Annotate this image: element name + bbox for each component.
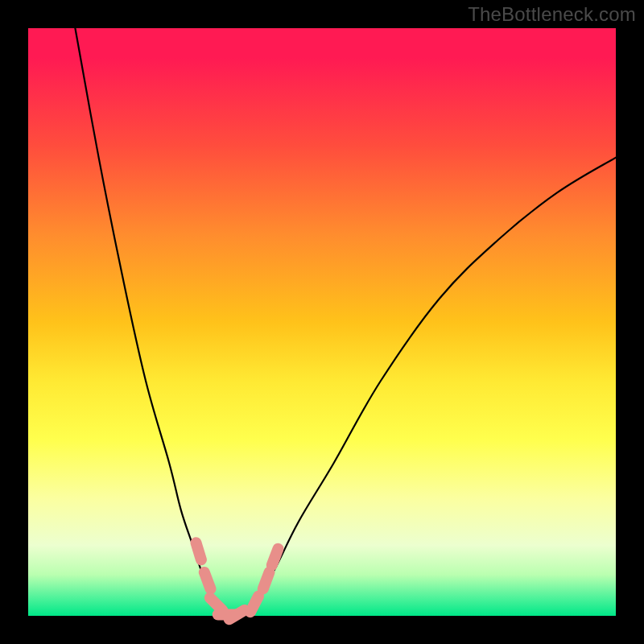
salmon-marker <box>204 572 211 589</box>
chart-container: TheBottleneck.com <box>0 0 644 644</box>
curves-svg <box>28 28 616 616</box>
salmon-marker <box>229 610 245 619</box>
salmon-marker <box>210 598 223 611</box>
salmon-marker <box>250 597 258 613</box>
plot-area <box>28 28 616 616</box>
salmon-marker <box>196 543 201 559</box>
salmon-markers <box>196 543 279 619</box>
watermark-text: TheBottleneck.com <box>468 3 636 26</box>
left-curve <box>75 28 222 616</box>
salmon-marker <box>263 572 270 589</box>
right-curve <box>246 158 616 616</box>
salmon-marker <box>272 549 279 566</box>
